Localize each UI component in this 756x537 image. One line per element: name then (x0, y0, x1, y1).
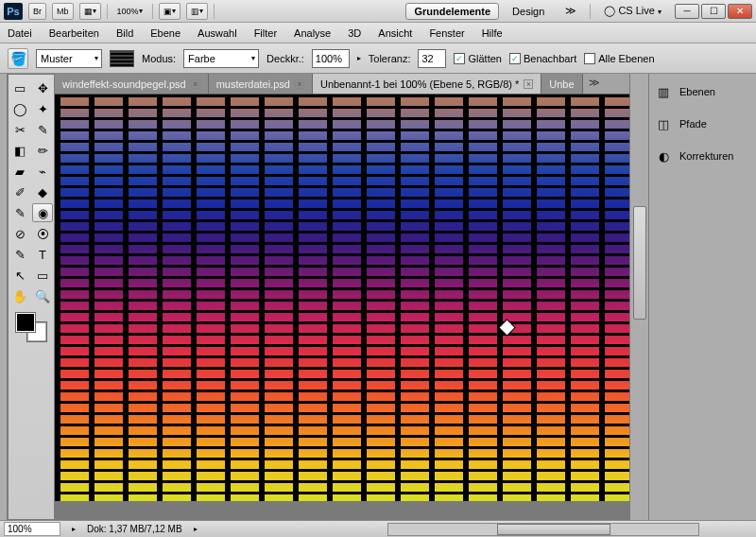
menu-analyse[interactable]: Analyse (294, 27, 331, 39)
workspace-design[interactable]: Design (505, 4, 552, 19)
antialias-checkbox[interactable]: ✓Glätten (454, 53, 501, 64)
separator (107, 4, 108, 19)
fill-type-dropdown[interactable]: Muster (36, 49, 102, 68)
tab-label: musterdatei.psd (216, 78, 290, 90)
document-tab[interactable]: Unbe (541, 74, 582, 94)
korrekturen-icon: ◐ (655, 147, 672, 165)
tool-5[interactable]: ✎ (32, 120, 53, 139)
tool-20[interactable]: ✋ (9, 286, 30, 305)
tool-4[interactable]: ✂ (9, 120, 30, 139)
tool-6[interactable]: ◧ (9, 141, 30, 160)
menubar: DateiBearbeitenBildEbeneAuswahlFilterAna… (0, 23, 756, 43)
tool-8[interactable]: ▰ (9, 162, 30, 181)
canvas[interactable] (55, 95, 629, 501)
vertical-scrollbar[interactable] (629, 74, 648, 520)
alllayers-checkbox[interactable]: Alle Ebenen (584, 53, 654, 64)
document-tab[interactable]: Unbenannt-1 bei 100% (Ebene 5, RGB/8) *× (313, 74, 541, 94)
titlebar: Ps Br Mb ▦ ▾ 100% ▾ ▣ ▾ ▥ ▾ Grundelement… (0, 0, 756, 23)
layout-dropdown[interactable]: ▦ ▾ (79, 3, 101, 20)
horizontal-scrollbar[interactable] (387, 523, 699, 536)
document-tab[interactable]: windeffekt-soundpegel.psd× (55, 74, 209, 94)
opacity-input[interactable]: 100% (312, 49, 350, 68)
tolerance-label: Toleranz: (369, 53, 411, 64)
menu-datei[interactable]: Datei (8, 27, 32, 39)
tool-18[interactable]: ↖ (9, 266, 30, 285)
menu-hilfe[interactable]: Hilfe (482, 27, 503, 39)
tab-label: Unbe (549, 78, 574, 90)
separator (590, 4, 591, 19)
status-bar: 100% ▸ Dok: 1,37 MB/7,12 MB ▸ (0, 520, 756, 537)
scrollbar-thumb[interactable] (497, 524, 610, 535)
tool-16[interactable]: ✎ (9, 245, 30, 264)
panel-dock: ▥Ebenen◫Pfade◐Korrekturen (648, 74, 756, 520)
document-tabs: windeffekt-soundpegel.psd×musterdatei.ps… (55, 74, 629, 95)
scrollbar-thumb[interactable] (633, 206, 646, 320)
contiguous-checkbox[interactable]: ✓Benachbart (509, 53, 576, 64)
document-tab[interactable]: musterdatei.psd× (209, 74, 313, 94)
menu-auswahl[interactable]: Auswahl (198, 27, 237, 39)
opacity-stepper[interactable]: ▸ (357, 54, 361, 62)
panel-korrekturen[interactable]: ◐Korrekturen (655, 147, 750, 165)
tool-17[interactable]: T (32, 245, 53, 264)
tab-overflow-button[interactable]: ≫ (583, 74, 606, 94)
tolerance-input[interactable]: 32 (418, 49, 446, 68)
menu-bild[interactable]: Bild (116, 27, 133, 39)
menu-bearbeiten[interactable]: Bearbeiten (49, 27, 99, 39)
opacity-label: Deckkr.: (266, 53, 304, 64)
doc-info-menu[interactable]: ▸ (194, 525, 198, 533)
tool-1[interactable]: ✥ (32, 78, 53, 97)
bridge-button[interactable]: Br (28, 3, 46, 20)
options-bar: 🪣 Muster Modus: Farbe Deckkr.: 100%▸ Tol… (0, 43, 756, 74)
close-icon[interactable]: × (524, 79, 533, 89)
menu-filter[interactable]: Filter (254, 27, 277, 39)
tool-12[interactable]: ✎ (9, 203, 30, 222)
panel-pfade[interactable]: ◫Pfade (655, 115, 750, 132)
separator (152, 4, 153, 19)
tool-19[interactable]: ▭ (32, 266, 53, 285)
tool-11[interactable]: ◆ (32, 182, 53, 201)
menu-ansicht[interactable]: Ansicht (378, 27, 412, 39)
panel-label: Korrekturen (679, 150, 733, 162)
workspace-more[interactable]: ≫ (558, 3, 584, 19)
panel-label: Ebenen (679, 86, 715, 97)
close-icon[interactable]: × (191, 79, 200, 89)
close-icon[interactable]: × (295, 79, 304, 89)
window-minimize-button[interactable]: ─ (675, 4, 699, 19)
doc-info: Dok: 1,37 MB/7,12 MB (87, 524, 182, 534)
color-picker[interactable] (14, 311, 48, 343)
canvas-viewport[interactable] (55, 95, 629, 520)
workspace-grundelemente[interactable]: Grundelemente (405, 3, 499, 20)
mode-dropdown[interactable]: Farbe (183, 49, 259, 68)
tool-9[interactable]: ⌁ (32, 162, 53, 181)
window-maximize-button[interactable]: ☐ (701, 4, 726, 19)
tool-10[interactable]: ✐ (9, 182, 30, 201)
window-close-button[interactable]: ✕ (728, 4, 752, 19)
tool-7[interactable]: ✏ (32, 141, 53, 160)
tab-label: Unbenannt-1 bei 100% (Ebene 5, RGB/8) * (320, 78, 519, 90)
panel-ebenen[interactable]: ▥Ebenen (655, 83, 750, 100)
bucket-tool-icon[interactable]: 🪣 (8, 48, 28, 69)
tool-0[interactable]: ▭ (9, 78, 30, 97)
pattern-swatch[interactable] (110, 50, 134, 67)
toolbox: ▭✥◯✦✂✎◧✏▰⌁✐◆✎◉⊘⦿✎T↖▭✋🔍 (8, 74, 55, 520)
panel-label: Pfade (679, 118, 707, 130)
ebenen-icon: ▥ (655, 83, 672, 100)
tool-2[interactable]: ◯ (9, 99, 30, 118)
zoom-dropdown[interactable]: 100% ▾ (113, 3, 146, 20)
zoom-value[interactable]: 100% (4, 522, 60, 536)
cslive-button[interactable]: ◯ CS Live ▾ (596, 3, 669, 19)
menu-ebene[interactable]: Ebene (150, 27, 180, 39)
screenmode-dropdown[interactable]: ▣ ▾ (159, 3, 180, 20)
tool-3[interactable]: ✦ (32, 99, 53, 118)
tab-label: windeffekt-soundpegel.psd (62, 78, 186, 90)
tool-15[interactable]: ⦿ (32, 224, 53, 243)
foreground-color-swatch[interactable] (16, 313, 35, 332)
menu-fenster[interactable]: Fenster (429, 27, 464, 39)
tool-14[interactable]: ⊘ (9, 224, 30, 243)
minibridge-button[interactable]: Mb (52, 3, 74, 20)
arrange-dropdown[interactable]: ▥ ▾ (186, 3, 208, 20)
tool-21[interactable]: 🔍 (32, 286, 53, 305)
zoom-stepper[interactable]: ▸ (72, 525, 76, 533)
tool-13[interactable]: ◉ (32, 203, 53, 222)
menu-3d[interactable]: 3D (348, 27, 361, 39)
